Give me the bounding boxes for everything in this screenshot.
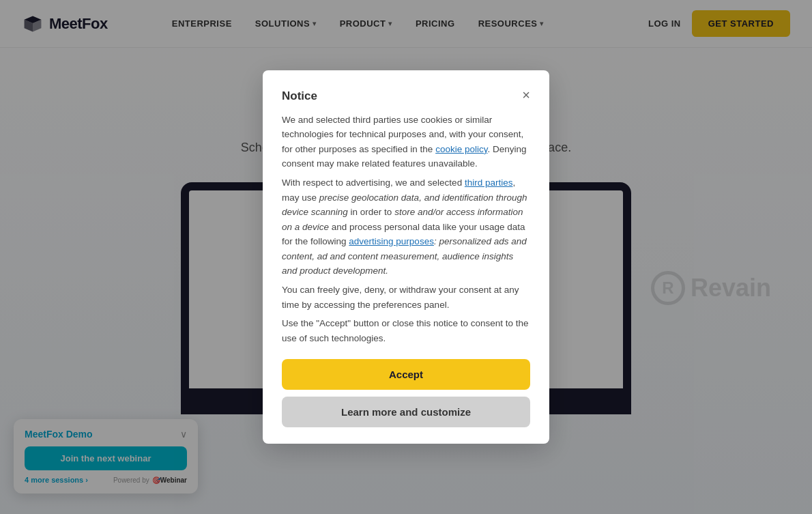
modal-paragraph-4: Use the "Accept" button or close this no… bbox=[282, 316, 530, 345]
accept-button[interactable]: Accept bbox=[282, 359, 530, 390]
modal-paragraph-3: You can freely give, deny, or withdraw y… bbox=[282, 283, 530, 312]
modal-close-button[interactable]: × bbox=[522, 88, 530, 102]
modal-body: We and selected third parties use cookie… bbox=[282, 113, 530, 346]
cookie-policy-link[interactable]: cookie policy bbox=[435, 144, 487, 154]
advertising-purposes-link[interactable]: advertising purposes bbox=[349, 236, 434, 246]
third-parties-link[interactable]: third parties bbox=[465, 177, 513, 188]
modal-paragraph-1: We and selected third parties use cookie… bbox=[282, 113, 530, 171]
modal-title: Notice bbox=[282, 89, 317, 103]
modal-actions: Accept Learn more and customize bbox=[282, 359, 530, 427]
cookie-notice-modal: Notice × We and selected third parties u… bbox=[263, 70, 549, 444]
modal-overlay[interactable]: Notice × We and selected third parties u… bbox=[0, 0, 812, 514]
learn-more-button[interactable]: Learn more and customize bbox=[282, 397, 530, 427]
modal-header: Notice × bbox=[282, 89, 530, 103]
modal-paragraph-2: With respect to advertising, we and sele… bbox=[282, 175, 530, 279]
